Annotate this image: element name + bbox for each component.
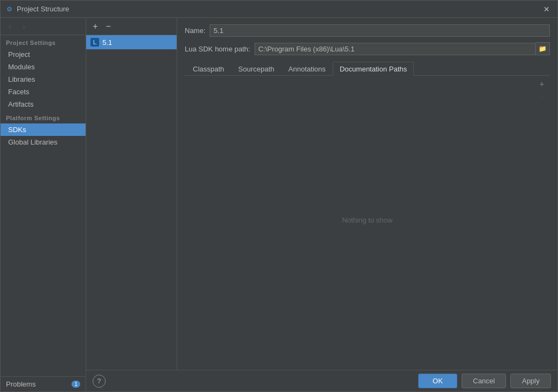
sdk-item-5.1[interactable]: L 5.1 (86, 35, 177, 49)
apply-button[interactable]: Apply (510, 374, 551, 388)
sidebar-bottom: Problems 1 (1, 376, 86, 391)
forward-button[interactable]: › (18, 21, 30, 32)
tabs-bar: Classpath Sourcepath Annotations Documen… (185, 62, 550, 76)
sdk-item-label: 5.1 (102, 38, 112, 47)
sidebar-item-artifacts[interactable]: Artifacts (1, 98, 86, 110)
path-browse-button[interactable]: 📁 (536, 42, 550, 55)
problems-item[interactable]: Problems 1 (1, 377, 86, 391)
sidebar-item-modules[interactable]: Modules (1, 61, 86, 73)
content-area: + − L 5.1 Name: (86, 18, 557, 370)
name-field-row: Name: (185, 24, 550, 37)
bottom-bar: ? OK Cancel Apply (86, 370, 557, 391)
tab-content-inner: Nothing to show (185, 76, 550, 363)
tab-documentation-paths[interactable]: Documentation Paths (333, 62, 414, 76)
cancel-button[interactable]: Cancel (462, 374, 506, 388)
project-structure-dialog: ⚙ Project Structure ✕ ‹ › Project Settin… (0, 0, 558, 392)
action-buttons: OK Cancel Apply (418, 374, 551, 388)
remove-sdk-button[interactable]: − (102, 21, 114, 32)
problems-badge: 1 (72, 381, 80, 388)
ok-button[interactable]: OK (418, 374, 457, 388)
sidebar-item-libraries[interactable]: Libraries (1, 73, 86, 86)
tab-content-area: + − Nothing to show (185, 76, 550, 363)
project-settings-label: Project Settings (1, 35, 86, 48)
tab-annotations[interactable]: Annotations (281, 62, 333, 76)
back-button[interactable]: ‹ (4, 21, 16, 32)
sidebar-item-sdks[interactable]: SDKs (1, 123, 86, 136)
name-label: Name: (185, 27, 205, 35)
sidebar-item-facets[interactable]: Facets (1, 86, 86, 98)
help-button[interactable]: ? (93, 375, 106, 388)
sdk-toolbar: + − (86, 18, 177, 35)
main-content: ‹ › Project Settings Project Modules Lib… (1, 18, 557, 391)
add-sdk-button[interactable]: + (89, 21, 101, 32)
window-title: Project Structure (17, 5, 540, 13)
sdk-list-panel: + − L 5.1 (86, 18, 177, 370)
sidebar-item-project[interactable]: Project (1, 48, 86, 61)
sidebar: ‹ › Project Settings Project Modules Lib… (1, 18, 86, 391)
title-bar: ⚙ Project Structure ✕ (1, 1, 557, 18)
platform-settings-label: Platform Settings (1, 110, 86, 123)
right-panel: + − L 5.1 Name: (86, 18, 557, 391)
sidebar-item-global-libraries[interactable]: Global Libraries (1, 136, 86, 148)
sdk-details: Name: Lua SDK home path: 📁 Classpath (177, 18, 557, 370)
name-input[interactable] (210, 24, 550, 37)
nothing-to-show-label: Nothing to show (342, 215, 392, 224)
tab-sourcepath[interactable]: Sourcepath (231, 62, 282, 76)
path-input[interactable] (255, 43, 536, 55)
path-field-row: Lua SDK home path: 📁 (185, 42, 550, 55)
sdk-icon: L (90, 38, 99, 47)
window-icon: ⚙ (5, 5, 14, 14)
path-label: Lua SDK home path: (185, 45, 250, 53)
nav-toolbar: ‹ › (1, 18, 86, 35)
tab-classpath[interactable]: Classpath (186, 62, 231, 76)
close-button[interactable]: ✕ (540, 3, 553, 16)
